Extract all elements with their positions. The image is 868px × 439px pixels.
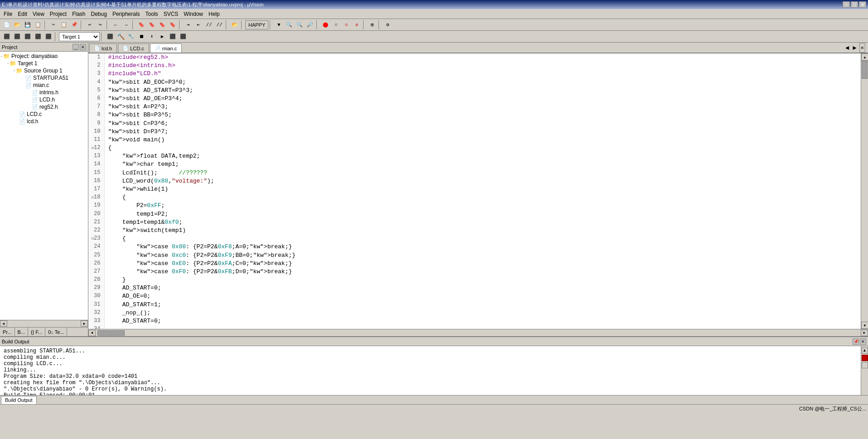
redo-button[interactable]: ↪ bbox=[95, 20, 105, 30]
line-content-24[interactable]: "kw">case 0x80: {P2=P2&0xF8;A=0;"kw">bre… bbox=[104, 243, 861, 251]
bookmark3-button[interactable]: 🔖 bbox=[157, 20, 167, 30]
code-line-28[interactable]: 28 } bbox=[88, 276, 861, 284]
undo-button[interactable]: ↩ bbox=[85, 20, 95, 30]
indent-button[interactable]: ⇥ bbox=[183, 20, 193, 30]
hscroll-thumb[interactable] bbox=[97, 330, 125, 336]
comment-button[interactable]: // bbox=[204, 20, 214, 30]
line-content-2[interactable]: #include<intrins.h> bbox=[104, 62, 861, 70]
line-content-16[interactable]: LCD_word(0x80,"voltage:"); bbox=[104, 177, 861, 185]
tree-item-7[interactable]: 📄reg52.h bbox=[1, 103, 87, 111]
hscroll-left-btn[interactable]: ◄ bbox=[88, 330, 96, 336]
code-line-33[interactable]: 33 AD_START=0; bbox=[88, 317, 861, 325]
collapse-icon-23[interactable]: ⊟ bbox=[92, 236, 94, 241]
menu-item-help[interactable]: Help bbox=[206, 10, 223, 18]
line-content-31[interactable]: AD_START=1; bbox=[104, 301, 861, 309]
settings-btn[interactable]: ⚙ bbox=[383, 20, 393, 30]
line-content-6[interactable]: "kw">sbit AD_OE=P3^4; bbox=[104, 95, 861, 103]
toolbar2-btn2[interactable]: ⬛ bbox=[12, 32, 22, 42]
project-minimize-btn[interactable]: _ bbox=[73, 44, 79, 50]
code-line-25[interactable]: 25 "kw">case 0xc0: {P2=P2&0xF9;BB=0;"kw"… bbox=[88, 251, 861, 260]
toolbar2-extra1[interactable]: ⬛ bbox=[168, 32, 178, 42]
scroll-down-button[interactable]: ▼ bbox=[861, 322, 868, 329]
hscroll-track[interactable] bbox=[96, 330, 861, 336]
scroll-up-button[interactable]: ▲ bbox=[861, 53, 868, 61]
tree-item-2[interactable]: -📁Source Group 1 bbox=[1, 67, 87, 74]
build-side-btn1[interactable]: ▲ bbox=[862, 347, 868, 354]
line-content-3[interactable]: #include"LCD.h" bbox=[104, 70, 861, 78]
scrollbar-thumb[interactable] bbox=[862, 61, 868, 79]
toolbar2-extra2[interactable]: ⬛ bbox=[178, 32, 188, 42]
close-button[interactable]: ✕ bbox=[859, 1, 866, 8]
code-line-20[interactable]: 20 temp1=P2; bbox=[88, 210, 861, 218]
code-line-2[interactable]: 2#include<intrins.h> bbox=[88, 62, 861, 70]
code-line-4[interactable]: 4"kw">sbit AD_EOC=P3^0; bbox=[88, 78, 861, 87]
line-content-27[interactable]: "kw">case 0xF0: {P2=P2&0xFB;D=0;"kw">bre… bbox=[104, 268, 861, 276]
line-content-15[interactable]: LcdInit(); //?????? bbox=[104, 169, 861, 177]
tab-mianc[interactable]: 📄 mian.c bbox=[150, 43, 182, 53]
menu-item-view[interactable]: View bbox=[30, 10, 47, 18]
trace-btn[interactable]: 🔍 bbox=[295, 20, 305, 30]
inspect-btn[interactable]: 🔍 bbox=[284, 20, 294, 30]
disable-bp-btn[interactable]: ○ bbox=[331, 20, 341, 30]
tab-lcdc[interactable]: 📄 LCD.c bbox=[118, 43, 149, 53]
project-close-btn[interactable]: ✕ bbox=[80, 44, 86, 50]
uncomment-button[interactable]: // bbox=[214, 20, 224, 30]
menu-item-peripherals[interactable]: Peripherals bbox=[110, 10, 143, 18]
breakpoint-btn[interactable]: ⬤ bbox=[320, 20, 330, 30]
toolbar2-btn3[interactable]: ⬛ bbox=[23, 32, 33, 42]
minimize-button[interactable]: − bbox=[843, 1, 850, 8]
code-line-9[interactable]: 9"kw">sbit C=P3^6; bbox=[88, 120, 861, 128]
tree-item-6[interactable]: 📄LCD.h bbox=[1, 96, 87, 103]
target-select[interactable]: Target 1 bbox=[59, 32, 100, 41]
code-line-23[interactable]: ⊟23 { bbox=[88, 235, 861, 243]
menu-item-window[interactable]: Window bbox=[181, 10, 206, 18]
build-btn[interactable]: 🔨 bbox=[116, 32, 126, 42]
tree-expand-0[interactable]: - bbox=[1, 54, 2, 58]
line-content-29[interactable]: AD_START=0; bbox=[104, 284, 861, 292]
code-line-17[interactable]: 17 "kw">while(1) bbox=[88, 185, 861, 193]
hscroll-right-btn[interactable]: ► bbox=[861, 330, 868, 336]
line-content-19[interactable]: P2=0xFF; bbox=[104, 202, 861, 210]
code-line-6[interactable]: 6"kw">sbit AD_OE=P3^4; bbox=[88, 95, 861, 103]
toolbar2-btn5[interactable]: ⬛ bbox=[44, 32, 53, 42]
nav-back-button[interactable]: ← bbox=[111, 20, 121, 30]
code-area[interactable]: 1#include<reg52.h>2#include<intrins.h>3#… bbox=[88, 53, 861, 329]
line-content-1[interactable]: #include<reg52.h> bbox=[104, 53, 861, 62]
tab-scroll-left[interactable]: ◄ bbox=[844, 43, 850, 53]
project-tab-project[interactable]: Pr... bbox=[0, 328, 15, 336]
line-content-18[interactable]: { bbox=[104, 193, 861, 202]
line-content-26[interactable]: "kw">case 0xE0: {P2=P2&0xFA;C=0;"kw">bre… bbox=[104, 260, 861, 268]
line-content-10[interactable]: "kw">sbit D=P3^7; bbox=[104, 128, 861, 136]
line-content-33[interactable]: AD_START=0; bbox=[104, 317, 861, 325]
line-content-8[interactable]: "kw">sbit BB=P3^5; bbox=[104, 111, 861, 119]
code-line-30[interactable]: 30 AD_OE=0; bbox=[88, 292, 861, 300]
tree-item-9[interactable]: 📄lcd.h bbox=[1, 118, 87, 125]
menu-item-debug[interactable]: Debug bbox=[88, 10, 110, 18]
code-line-5[interactable]: 5"kw">sbit AD_START=P3^3; bbox=[88, 87, 861, 95]
collapse-icon-12[interactable]: ⊟ bbox=[92, 146, 94, 150]
line-content-34[interactable] bbox=[104, 325, 861, 329]
line-content-25[interactable]: "kw">case 0xc0: {P2=P2&0xF9;BB=0;"kw">br… bbox=[104, 251, 861, 260]
code-line-16[interactable]: 16 LCD_word(0x80,"voltage:"); bbox=[88, 177, 861, 185]
menu-item-tools[interactable]: Tools bbox=[143, 10, 161, 18]
close-tab-button[interactable]: ✕ bbox=[859, 43, 865, 53]
code-line-12[interactable]: ⊟12{ bbox=[88, 144, 861, 152]
code-line-14[interactable]: 14 "kw">char temp1; bbox=[88, 160, 861, 169]
save-all-button[interactable]: 📋 bbox=[33, 20, 43, 30]
code-line-32[interactable]: 32 _nop_(); bbox=[88, 309, 861, 317]
project-tab-functions[interactable]: {} F... bbox=[28, 328, 45, 336]
search-btn[interactable]: 🔎 bbox=[305, 20, 315, 30]
tree-expand-2[interactable]: - bbox=[14, 68, 15, 73]
toolbar2-btn4[interactable]: ⬛ bbox=[33, 32, 43, 42]
code-line-3[interactable]: 3#include"LCD.h" bbox=[88, 70, 861, 78]
clear-bp-btn[interactable]: ⊘ bbox=[341, 20, 351, 30]
line-content-20[interactable]: temp1=P2; bbox=[104, 210, 861, 218]
code-line-1[interactable]: 1#include<reg52.h> bbox=[88, 53, 861, 62]
project-tab-templates[interactable]: 0↓ Te... bbox=[45, 328, 67, 336]
tree-expand-1[interactable]: - bbox=[7, 61, 9, 66]
cut-button[interactable]: ✂ bbox=[48, 20, 58, 30]
line-content-21[interactable]: temp1=temp1&0xf0; bbox=[104, 218, 861, 227]
paste-button[interactable]: 📌 bbox=[69, 20, 79, 30]
code-line-11[interactable]: 11"kw">void main() bbox=[88, 136, 861, 144]
menu-item-file[interactable]: File bbox=[1, 10, 15, 18]
